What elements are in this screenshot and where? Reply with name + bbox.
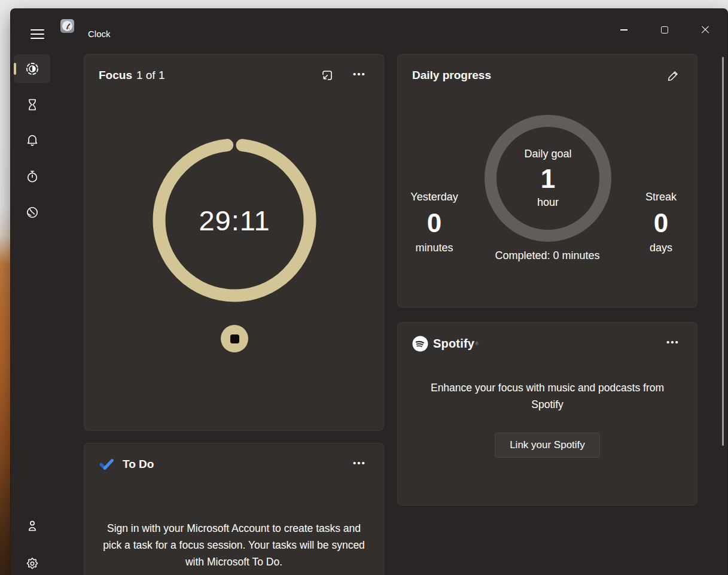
- sidebar: [11, 51, 54, 575]
- vertical-scrollbar[interactable]: [722, 57, 724, 446]
- yesterday-label: Yesterday: [395, 191, 473, 203]
- globe-world-clock-icon: [25, 205, 39, 220]
- minimize-icon: [620, 29, 628, 30]
- streak-stat: Streak 0 days: [622, 191, 700, 254]
- focus-time-remaining: 29:11: [175, 196, 294, 244]
- spotify-card: Spotify ® ••• Enhance your focus with mu…: [397, 322, 697, 506]
- streak-label: Streak: [622, 191, 700, 203]
- todo-signin-message: Sign in with your Microsoft Account to c…: [103, 520, 365, 570]
- spotify-description: Enhance your focus with music and podcas…: [416, 379, 678, 413]
- stop-icon: [230, 334, 239, 343]
- bell-alarm-icon: [25, 133, 39, 147]
- window-controls: [597, 17, 719, 42]
- sidebar-item-stopwatch[interactable]: [14, 162, 50, 191]
- titlebar: Clock: [11, 9, 727, 51]
- microsoft-todo-icon: [99, 457, 115, 471]
- todo-more-button[interactable]: •••: [348, 454, 371, 474]
- edit-goal-button[interactable]: [661, 65, 685, 86]
- sidebar-item-settings[interactable]: [14, 549, 50, 575]
- sidebar-item-world-clock[interactable]: [14, 198, 50, 227]
- sidebar-item-alarm[interactable]: [14, 126, 50, 154]
- clock-app-icon: [60, 19, 74, 33]
- more-icon: •••: [353, 458, 366, 471]
- more-icon: •••: [666, 337, 680, 350]
- daily-progress-title: Daily progress: [412, 69, 491, 82]
- todo-card-title: To Do: [123, 458, 154, 471]
- close-icon: [701, 26, 709, 34]
- completed-minutes: Completed: 0 minutes: [398, 250, 697, 262]
- stop-focus-button[interactable]: [221, 325, 248, 352]
- sidebar-item-timer[interactable]: [14, 90, 50, 119]
- focus-session-card: Focus 1 of 1 ••• 29:11: [84, 54, 384, 431]
- hamburger-menu-icon[interactable]: [25, 22, 50, 46]
- app-title: Clock: [88, 29, 111, 39]
- hourglass-timer-icon: [25, 98, 39, 112]
- streak-value: 0: [622, 209, 700, 237]
- minimize-button[interactable]: [610, 17, 638, 42]
- pencil-icon: [666, 69, 680, 83]
- desktop-wallpaper: [0, 0, 11, 575]
- yesterday-stat: Yesterday 0 minutes: [395, 191, 473, 254]
- daily-goal-ring: Daily goal 1 hour: [485, 115, 611, 242]
- person-icon: [25, 519, 39, 533]
- stopwatch-icon: [25, 169, 39, 184]
- sidebar-item-profile[interactable]: [14, 512, 50, 540]
- spotify-wordmark: Spotify: [433, 337, 474, 351]
- spotify-trademark: ®: [475, 341, 479, 346]
- daily-goal-unit: hour: [537, 196, 559, 209]
- desktop: Clock: [0, 0, 728, 575]
- spotify-logo-icon: [412, 336, 428, 352]
- maximize-icon: [661, 26, 668, 34]
- link-spotify-button[interactable]: Link your Spotify: [495, 433, 600, 458]
- sidebar-item-focus-sessions[interactable]: [14, 54, 50, 83]
- selected-accent-pill: [14, 63, 16, 75]
- settings-gear-icon: [25, 556, 39, 571]
- focus-sessions-icon: [25, 61, 40, 77]
- close-button[interactable]: [692, 17, 719, 42]
- daily-goal-value: 1: [541, 165, 555, 193]
- yesterday-value: 0: [395, 209, 473, 237]
- spotify-brand: Spotify ®: [412, 336, 479, 352]
- daily-progress-card: Daily progress Yesterday 0 minutes Daily…: [397, 54, 697, 308]
- maximize-button[interactable]: [651, 17, 678, 42]
- todo-card: To Do ••• Sign in with your Microsoft Ac…: [84, 443, 384, 575]
- spotify-more-button[interactable]: •••: [661, 333, 685, 354]
- daily-goal-label: Daily goal: [524, 148, 571, 160]
